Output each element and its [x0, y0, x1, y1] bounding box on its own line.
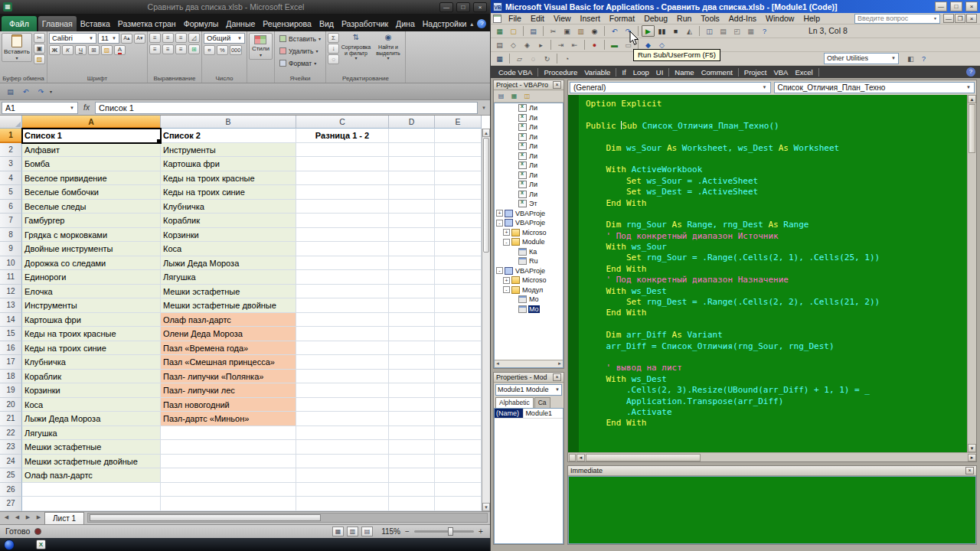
help-icon[interactable]: ? — [917, 53, 930, 64]
child-restore-button[interactable]: ❐ — [955, 14, 965, 23]
project-tree-item[interactable]: Ли — [495, 122, 563, 132]
cell-E19[interactable] — [435, 383, 482, 398]
font-size-select[interactable]: 11 — [98, 33, 119, 44]
project-tree-item[interactable]: Ка — [495, 247, 563, 257]
project-tree-item[interactable]: Ли — [495, 152, 563, 161]
cells-button[interactable]: Формат▾ — [276, 57, 324, 69]
code-hscroll-thumb[interactable] — [586, 454, 701, 461]
code-line[interactable]: ' вывод на лист — [586, 363, 967, 373]
cell-D5[interactable] — [389, 185, 435, 200]
code-vertical-scrollbar[interactable]: ▲ ▼ — [967, 95, 976, 452]
view-excel-icon[interactable]: ▦ — [493, 25, 506, 37]
horizontal-scroll-thumb[interactable] — [90, 514, 321, 521]
cell-E11[interactable] — [435, 270, 482, 285]
cell-D2[interactable] — [389, 143, 435, 158]
grow-font-icon[interactable] — [121, 34, 132, 44]
minimize-button[interactable]: — — [439, 2, 453, 12]
align-left-icon[interactable] — [149, 44, 161, 54]
cell-E24[interactable] — [435, 455, 482, 469]
save-icon[interactable]: ▤ — [527, 25, 540, 37]
cell-E16[interactable] — [435, 341, 482, 356]
code-scroll-thumb[interactable] — [969, 104, 975, 153]
cell-A24[interactable]: Мешки эстафетные двойные — [22, 455, 161, 469]
cut-icon[interactable]: ✂ — [547, 25, 560, 37]
shrink-font-icon[interactable] — [134, 34, 145, 44]
align-right-icon[interactable] — [175, 44, 187, 54]
parameter-info-icon[interactable]: ◈ — [521, 39, 534, 51]
cell-E4[interactable] — [435, 171, 482, 186]
orientation-icon[interactable] — [188, 33, 200, 43]
cell-A5[interactable]: Веселые бомбочки — [22, 185, 161, 200]
code-scroll-down-icon[interactable]: ▼ — [968, 444, 976, 452]
project-tree-item[interactable]: Эт — [495, 199, 563, 209]
scroll-thumb[interactable] — [483, 138, 489, 253]
cell-D4[interactable] — [389, 171, 435, 186]
project-tree-item[interactable]: Мо — [495, 305, 563, 315]
row-header-17[interactable]: 17 — [0, 355, 22, 370]
menu-format[interactable]: Format — [605, 14, 639, 23]
project-tree-item[interactable]: +VBAProje — [495, 209, 563, 219]
insert-userform-icon[interactable]: ▢ — [507, 25, 520, 37]
row-header-26[interactable]: 26 — [0, 483, 22, 497]
toolbox-icon[interactable]: ▦ — [744, 25, 757, 37]
toggle-folders-icon[interactable]: ◫ — [521, 91, 533, 101]
property-value[interactable]: Module1 — [523, 409, 563, 418]
rebuild-icon[interactable]: ↻ — [541, 53, 554, 64]
code-line[interactable]: Set rng_Sour = .Range(.Cells(2, 1), .Cel… — [586, 253, 967, 263]
column-header-D[interactable]: D — [389, 116, 435, 129]
menu-tools[interactable]: Tools — [696, 14, 724, 23]
codevba-menu-icon[interactable]: ▦ — [493, 53, 506, 64]
row-header-4[interactable]: 4 — [0, 171, 22, 186]
project-tree-item[interactable]: Ли — [495, 190, 563, 200]
codebar-item[interactable]: Excel — [792, 68, 815, 77]
code-line[interactable]: With ws_Dest — [586, 286, 967, 297]
project-tree-item[interactable]: -Module — [495, 237, 563, 247]
code-line[interactable]: .Cells(2, 3).Resize(UBound(arr_Diff) + 1… — [586, 385, 967, 396]
cell-A8[interactable]: Грядка с морковками — [22, 228, 161, 243]
column-header-B[interactable]: B — [161, 116, 296, 129]
project-tree-item[interactable]: -VBAProje — [495, 218, 563, 228]
collapse-icon[interactable]: - — [503, 286, 510, 293]
cell-A14[interactable]: Картошка фри — [22, 313, 161, 328]
cell-E2[interactable] — [435, 143, 482, 158]
cell-D19[interactable] — [389, 383, 435, 398]
styles-dropdown-icon[interactable]: ▾ — [260, 52, 262, 57]
italic-button[interactable]: К — [62, 45, 74, 55]
maximize-button[interactable]: □ — [456, 2, 470, 12]
cell-E18[interactable] — [435, 370, 482, 384]
styles-button[interactable]: Стили ▾ — [249, 33, 273, 60]
collapse-icon[interactable]: - — [496, 220, 503, 227]
cell-B26[interactable] — [161, 483, 296, 497]
project-tree-item[interactable]: Ru — [495, 256, 563, 266]
vba-maximize-button[interactable]: □ — [950, 2, 962, 11]
cell-A4[interactable]: Веселое привидение — [22, 171, 161, 186]
code-line[interactable]: End With — [586, 418, 967, 429]
cell-A27[interactable] — [22, 497, 161, 511]
cell-B20[interactable]: Пазл новогодний — [161, 398, 296, 412]
child-minimize-button[interactable]: — — [943, 14, 954, 23]
zoom-in-icon[interactable]: + — [477, 527, 485, 536]
cell-A17[interactable]: Клубничка — [22, 355, 161, 370]
ribbon-tab[interactable]: Надстройки — [419, 16, 471, 31]
cell-D15[interactable] — [389, 327, 435, 341]
properties-panel-close-icon[interactable]: × — [553, 373, 561, 381]
borders-icon[interactable] — [88, 45, 100, 55]
cell-C7[interactable] — [296, 214, 389, 228]
cell-A6[interactable]: Веселые следы — [22, 200, 161, 214]
cell-B2[interactable]: Инструменты — [161, 143, 296, 158]
row-header-6[interactable]: 6 — [0, 200, 22, 214]
cell-C10[interactable] — [296, 256, 389, 271]
start-button[interactable] — [4, 540, 15, 550]
row-header-7[interactable]: 7 — [0, 214, 22, 228]
page-break-view-icon[interactable]: ▤ — [361, 527, 373, 536]
view-code-icon[interactable]: ▤ — [495, 91, 507, 101]
cut-icon[interactable] — [34, 33, 45, 43]
scroll-down-icon[interactable]: ▼ — [482, 503, 490, 511]
row-header-11[interactable]: 11 — [0, 270, 22, 285]
code-line[interactable]: ' Под конкретный диапазон Назначение — [586, 275, 967, 285]
font-name-select[interactable]: Calibri — [49, 33, 96, 44]
underline-button[interactable]: Ч — [75, 45, 87, 55]
cell-A20[interactable]: Коса — [22, 398, 161, 412]
cell-D8[interactable] — [389, 228, 435, 243]
next-sheet-icon[interactable]: ▶ — [23, 513, 33, 523]
